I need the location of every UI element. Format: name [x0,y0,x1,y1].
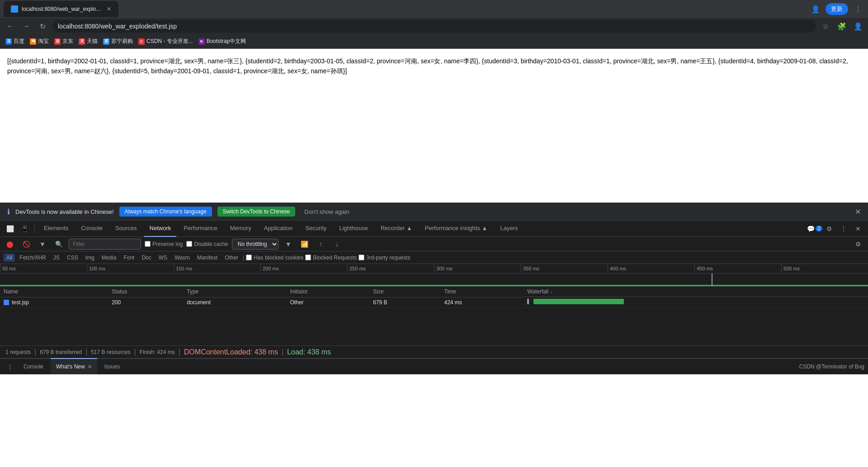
type-manifest-btn[interactable]: Manifest [194,254,220,262]
banner-close-btn[interactable]: ✕ [855,208,861,216]
update-btn[interactable]: 更新 [826,3,848,15]
tab-memory[interactable]: Memory [225,221,257,237]
bookmark-tianmao[interactable]: 天 天猫 [79,38,98,45]
blocked-cookies-label[interactable]: Has blocked cookies [246,255,303,261]
profile-btn[interactable]: 👤 [809,3,822,15]
bottom-tab-whatsnew[interactable]: What's New ✕ [51,358,97,374]
bookmarks-bar: 百 百度 淘 淘宝 京 京东 天 天猫 苏 苏宁易购 C CSDN - 专业开发… [0,34,868,49]
issues-tab-label: Issues [104,363,120,370]
reload-btn[interactable]: ↻ [36,20,49,33]
type-font-btn[interactable]: Font [121,254,137,262]
tab-application[interactable]: Application [259,221,298,237]
filter-icon-btn[interactable]: ▼ [36,238,49,250]
more-options-btn[interactable]: ⋮ [837,222,850,235]
type-other-btn[interactable]: Other [222,254,241,262]
col-initiator[interactable]: Initiator [286,287,369,297]
type-css-btn[interactable]: CSS [64,254,81,262]
settings-gear-btn[interactable]: ⚙ [823,222,835,235]
whatsnew-close-btn[interactable]: ✕ [88,364,92,370]
table-row[interactable]: test.jsp 200 document Other 679 B 424 ms [0,297,868,308]
type-doc-btn[interactable]: Doc [139,254,154,262]
blocked-cookies-checkbox[interactable] [246,255,252,260]
bookmark-suning[interactable]: 苏 苏宁易购 [103,38,133,45]
forward-btn[interactable]: → [20,20,33,33]
col-type[interactable]: Type [183,287,286,297]
search-btn[interactable]: 🔍 [52,238,65,250]
close-devtools-btn[interactable]: ✕ [852,222,864,235]
third-party-label[interactable]: 3rd-party requests [359,255,410,261]
bottom-toolbar: ⋮ Console What's New ✕ Issues CSDN @Term… [0,358,868,374]
import-btn[interactable]: ↑ [315,238,327,250]
tab-performance[interactable]: Performance [178,221,222,237]
tab-elements[interactable]: Elements [38,221,74,237]
active-tab[interactable]: 🌐 localhost:8080/web_war_exploded/test.j… [4,1,118,17]
bottom-tab-console[interactable]: Console [18,359,49,375]
type-img-btn[interactable]: Img [83,254,97,262]
extension-btn[interactable]: 🧩 [835,20,848,33]
disable-cache-checkbox[interactable] [186,241,192,247]
tab-network[interactable]: Network [144,221,177,237]
throttle-dropdown-btn[interactable]: ▼ [282,238,295,250]
bottom-tab-issues[interactable]: Issues [99,359,126,375]
tab-performance-insights[interactable]: Performance insights ▲ [420,221,493,237]
tab-lighthouse[interactable]: Lighthouse [334,221,373,237]
disable-cache-label[interactable]: Disable cache [186,241,228,247]
switch-chinese-btn[interactable]: Switch DevTools to Chinese [217,207,296,217]
tab-sources[interactable]: Sources [110,221,142,237]
back-btn[interactable]: ← [4,20,16,33]
col-size[interactable]: Size [369,287,440,297]
blocked-requests-label[interactable]: Blocked Requests [305,255,357,261]
menu-btn[interactable]: ⋮ [852,3,864,15]
tab-recorder[interactable]: Recorder ▲ [375,221,418,237]
tab-security[interactable]: Security [300,221,332,237]
preserve-log-label[interactable]: Preserve log [145,241,183,247]
bookmark-bootstrap[interactable]: B Bootstrap中文网 [198,38,246,45]
timeline-bar[interactable]: 50 ms 100 ms 150 ms 200 ms 250 ms 300 ms… [0,264,868,287]
bookmark-jd[interactable]: 京 京东 [54,38,73,45]
tab-close-btn[interactable]: ✕ [107,6,111,12]
blocked-requests-text: Blocked Requests [313,255,357,261]
type-js-btn[interactable]: JS [51,254,62,262]
type-wasm-btn[interactable]: Wasm [172,254,193,262]
comment-btn[interactable]: 💬2 [808,222,821,235]
timeline-ruler: 50 ms 100 ms 150 ms 200 ms 250 ms 300 ms… [0,264,868,274]
preserve-log-checkbox[interactable] [145,241,151,247]
blocked-requests-checkbox[interactable] [305,255,311,260]
type-ws-btn[interactable]: WS [156,254,170,262]
device-btn[interactable]: 📱 [18,222,31,235]
type-fetch-btn[interactable]: Fetch/XHR [17,254,49,262]
clear-btn[interactable]: 🚫 [20,238,33,250]
bottom-right-text: CSDN @Terminator of Bug [799,363,864,370]
bottom-menu-btn[interactable]: ⋮ [4,360,16,373]
type-media-btn[interactable]: Media [99,254,119,262]
profile-icon-btn[interactable]: 👤 [852,20,864,33]
filter-input[interactable] [69,239,141,250]
bookmark-csdn[interactable]: C CSDN - 专业开发... [138,38,193,45]
third-party-checkbox[interactable] [359,255,364,260]
tab-layers[interactable]: Layers [495,221,523,237]
always-match-btn[interactable]: Always match Chrome's language [119,207,212,217]
waterfall-dot [527,299,529,304]
throttle-select[interactable]: No throttling [232,239,278,250]
col-name[interactable]: Name [0,287,108,297]
bookmark-baidu[interactable]: 百 百度 [5,38,24,45]
bookmark-taobao[interactable]: 淘 淘宝 [30,38,49,45]
address-bar[interactable] [52,20,816,33]
wifi-btn[interactable]: 📶 [298,238,311,250]
dont-show-again-btn[interactable]: Don't show again [304,208,349,215]
record-btn[interactable]: ⬤ [4,238,16,250]
tab-console[interactable]: Console [75,221,108,237]
col-status[interactable]: Status [108,287,183,297]
type-all-btn[interactable]: All [4,254,15,262]
status-transferred: 679 B transferred [40,349,82,355]
col-waterfall[interactable]: Waterfall ↓ [524,287,868,297]
bookmark-btn[interactable]: ☆ [819,20,832,33]
mark-250ms: 250 ms [347,264,434,273]
export-btn[interactable]: ↓ [331,238,344,250]
network-settings-btn[interactable]: ⚙ [852,238,864,250]
csdn-favicon: C [138,38,145,45]
page-content: [{studentId=1, birthday=2002-01-01, clas… [0,49,868,203]
col-time[interactable]: Time [441,287,524,297]
inspect-btn[interactable]: ⬜ [4,222,16,235]
address-bar-row: ← → ↻ ☆ 🧩 👤 [0,18,868,34]
